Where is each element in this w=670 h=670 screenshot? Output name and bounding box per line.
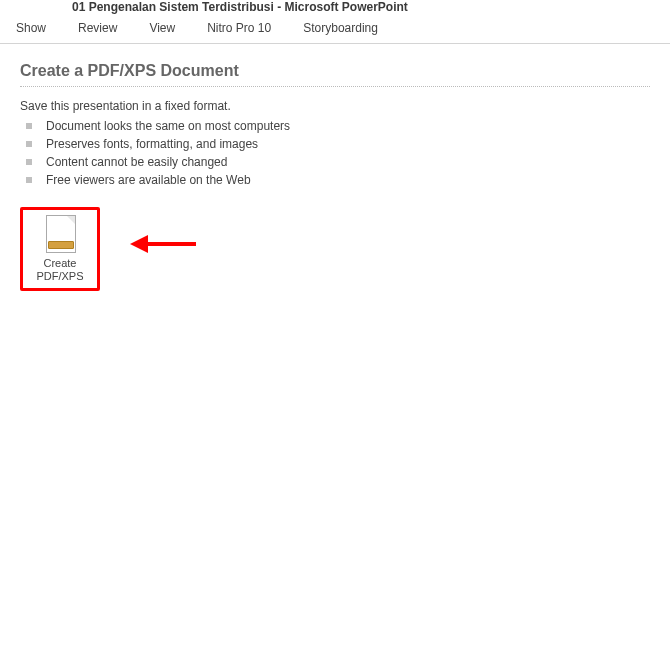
list-item: Document looks the same on most computer…	[20, 119, 650, 133]
create-pdf-xps-button[interactable]: Create PDF/XPS	[27, 214, 93, 284]
create-label-line1: Create	[43, 257, 76, 269]
highlight-box: Create PDF/XPS	[20, 207, 100, 291]
ribbon-tabs: Show Review View Nitro Pro 10 Storyboard…	[0, 17, 670, 44]
list-item-text: Document looks the same on most computer…	[46, 119, 290, 133]
tab-show[interactable]: Show	[0, 17, 62, 39]
tab-nitro-pro[interactable]: Nitro Pro 10	[191, 17, 287, 39]
document-icon	[44, 215, 76, 253]
create-button-container: Create PDF/XPS	[20, 207, 650, 291]
tab-storyboarding[interactable]: Storyboarding	[287, 17, 394, 39]
bullet-icon	[26, 123, 32, 129]
bullet-icon	[26, 177, 32, 183]
content-area: Create a PDF/XPS Document Save this pres…	[0, 44, 670, 309]
feature-list: Document looks the same on most computer…	[20, 119, 650, 187]
list-item: Content cannot be easily changed	[20, 155, 650, 169]
list-item-text: Free viewers are available on the Web	[46, 173, 251, 187]
bullet-icon	[26, 159, 32, 165]
list-item-text: Content cannot be easily changed	[46, 155, 227, 169]
section-title: Create a PDF/XPS Document	[20, 62, 650, 84]
section-description: Save this presentation in a fixed format…	[20, 99, 650, 113]
create-button-label: Create PDF/XPS	[36, 257, 83, 282]
annotation-arrow	[130, 235, 196, 253]
tab-review[interactable]: Review	[62, 17, 133, 39]
list-item: Free viewers are available on the Web	[20, 173, 650, 187]
tab-view[interactable]: View	[133, 17, 191, 39]
bullet-icon	[26, 141, 32, 147]
create-label-line2: PDF/XPS	[36, 270, 83, 282]
divider	[20, 86, 650, 87]
list-item-text: Preserves fonts, formatting, and images	[46, 137, 258, 151]
window-title: 01 Pengenalan Sistem Terdistribusi - Mic…	[0, 0, 670, 17]
list-item: Preserves fonts, formatting, and images	[20, 137, 650, 151]
